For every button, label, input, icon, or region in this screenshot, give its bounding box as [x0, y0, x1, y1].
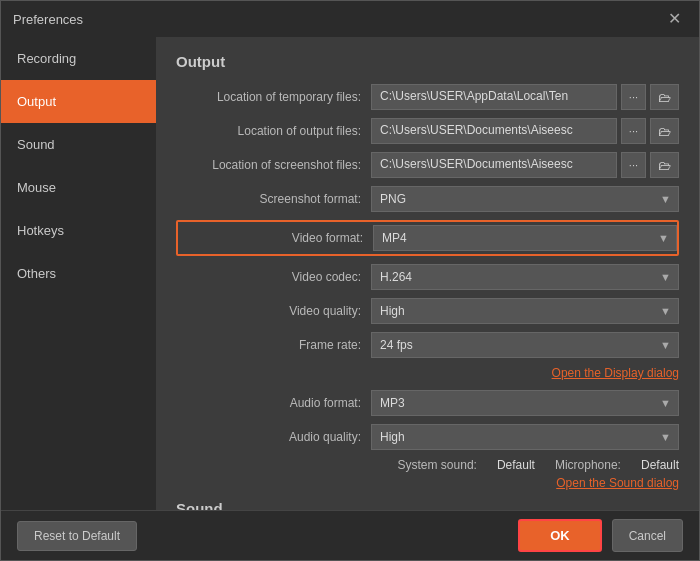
preferences-dialog: Preferences ✕ Recording Output Sound Mou…	[0, 0, 700, 561]
frame-rate-label: Frame rate:	[176, 338, 371, 352]
temp-files-folder-btn[interactable]: 🗁	[650, 84, 679, 110]
footer: Reset to Default OK Cancel	[1, 510, 699, 560]
frame-rate-control: 24 fps ▼	[371, 332, 679, 358]
video-format-select[interactable]: MP4	[373, 225, 677, 251]
open-display-dialog-link[interactable]: Open the Display dialog	[552, 366, 679, 380]
video-quality-label: Video quality:	[176, 304, 371, 318]
screenshot-files-row: Location of screenshot files: C:\Users\U…	[176, 152, 679, 178]
sound-dialog-link-row: Open the Sound dialog	[176, 476, 679, 490]
frame-rate-row: Frame rate: 24 fps ▼	[176, 332, 679, 358]
audio-quality-label: Audio quality:	[176, 430, 371, 444]
screenshot-files-label: Location of screenshot files:	[176, 158, 371, 172]
output-files-folder-btn[interactable]: 🗁	[650, 118, 679, 144]
video-codec-wrapper: H.264 ▼	[371, 264, 679, 290]
ok-button[interactable]: OK	[518, 519, 602, 552]
video-codec-select[interactable]: H.264	[371, 264, 679, 290]
video-quality-control: High ▼	[371, 298, 679, 324]
screenshot-format-control: PNG ▼	[371, 186, 679, 212]
microphone-value: Default	[641, 458, 679, 472]
temp-files-label: Location of temporary files:	[176, 90, 371, 104]
close-button[interactable]: ✕	[662, 7, 687, 31]
video-codec-row: Video codec: H.264 ▼	[176, 264, 679, 290]
screenshot-files-dots-btn[interactable]: ···	[621, 152, 646, 178]
content-area: Recording Output Sound Mouse Hotkeys Oth…	[1, 37, 699, 510]
cancel-button[interactable]: Cancel	[612, 519, 683, 552]
sidebar: Recording Output Sound Mouse Hotkeys Oth…	[1, 37, 156, 510]
video-quality-wrapper: High ▼	[371, 298, 679, 324]
temp-files-path: C:\Users\USER\AppData\Local\Ten	[371, 84, 617, 110]
sidebar-item-recording[interactable]: Recording	[1, 37, 156, 80]
screenshot-format-row: Screenshot format: PNG ▼	[176, 186, 679, 212]
output-files-path: C:\Users\USER\Documents\Aiseesc	[371, 118, 617, 144]
sidebar-item-others[interactable]: Others	[1, 252, 156, 295]
audio-format-wrapper: MP3 ▼	[371, 390, 679, 416]
screenshot-format-wrapper: PNG ▼	[371, 186, 679, 212]
audio-format-select[interactable]: MP3	[371, 390, 679, 416]
video-quality-row: Video quality: High ▼	[176, 298, 679, 324]
audio-format-label: Audio format:	[176, 396, 371, 410]
video-codec-control: H.264 ▼	[371, 264, 679, 290]
audio-quality-wrapper: High ▼	[371, 424, 679, 450]
video-format-wrapper: MP4 ▼	[373, 225, 677, 251]
sidebar-item-output[interactable]: Output	[1, 80, 156, 123]
output-files-dots-btn[interactable]: ···	[621, 118, 646, 144]
sidebar-item-hotkeys[interactable]: Hotkeys	[1, 209, 156, 252]
output-files-control: C:\Users\USER\Documents\Aiseesc ··· 🗁	[371, 118, 679, 144]
sidebar-item-mouse[interactable]: Mouse	[1, 166, 156, 209]
temp-files-control: C:\Users\USER\AppData\Local\Ten ··· 🗁	[371, 84, 679, 110]
audio-format-row: Audio format: MP3 ▼	[176, 390, 679, 416]
screenshot-files-control: C:\Users\USER\Documents\Aiseesc ··· 🗁	[371, 152, 679, 178]
sound-section-title: Sound	[176, 500, 679, 510]
open-sound-dialog-link[interactable]: Open the Sound dialog	[556, 476, 679, 490]
video-format-highlighted-row: Video format: MP4 ▼	[176, 220, 679, 256]
screenshot-files-path: C:\Users\USER\Documents\Aiseesc	[371, 152, 617, 178]
system-sound-label: System sound:	[398, 458, 477, 472]
frame-rate-select[interactable]: 24 fps	[371, 332, 679, 358]
reset-button[interactable]: Reset to Default	[17, 521, 137, 551]
system-sound-value: Default	[497, 458, 535, 472]
video-format-label: Video format:	[178, 231, 373, 245]
microphone-label: Microphone:	[555, 458, 621, 472]
video-quality-select[interactable]: High	[371, 298, 679, 324]
screenshot-format-select[interactable]: PNG	[371, 186, 679, 212]
video-format-control: MP4 ▼	[373, 225, 677, 251]
output-files-label: Location of output files:	[176, 124, 371, 138]
video-format-row: Video format: MP4 ▼	[178, 225, 677, 251]
audio-format-control: MP3 ▼	[371, 390, 679, 416]
system-sound-info-row: System sound: Default Microphone: Defaul…	[176, 458, 679, 472]
screenshot-files-folder-btn[interactable]: 🗁	[650, 152, 679, 178]
screenshot-format-label: Screenshot format:	[176, 192, 371, 206]
main-area: Output Location of temporary files: C:\U…	[156, 37, 699, 510]
output-section-title: Output	[176, 53, 679, 70]
temp-files-row: Location of temporary files: C:\Users\US…	[176, 84, 679, 110]
title-bar: Preferences ✕	[1, 1, 699, 37]
audio-quality-select[interactable]: High	[371, 424, 679, 450]
temp-files-dots-btn[interactable]: ···	[621, 84, 646, 110]
dialog-title: Preferences	[13, 12, 83, 27]
display-dialog-link-row: Open the Display dialog	[176, 366, 679, 380]
audio-quality-row: Audio quality: High ▼	[176, 424, 679, 450]
sidebar-item-sound[interactable]: Sound	[1, 123, 156, 166]
video-codec-label: Video codec:	[176, 270, 371, 284]
footer-right: OK Cancel	[518, 519, 683, 552]
output-files-row: Location of output files: C:\Users\USER\…	[176, 118, 679, 144]
audio-quality-control: High ▼	[371, 424, 679, 450]
frame-rate-wrapper: 24 fps ▼	[371, 332, 679, 358]
